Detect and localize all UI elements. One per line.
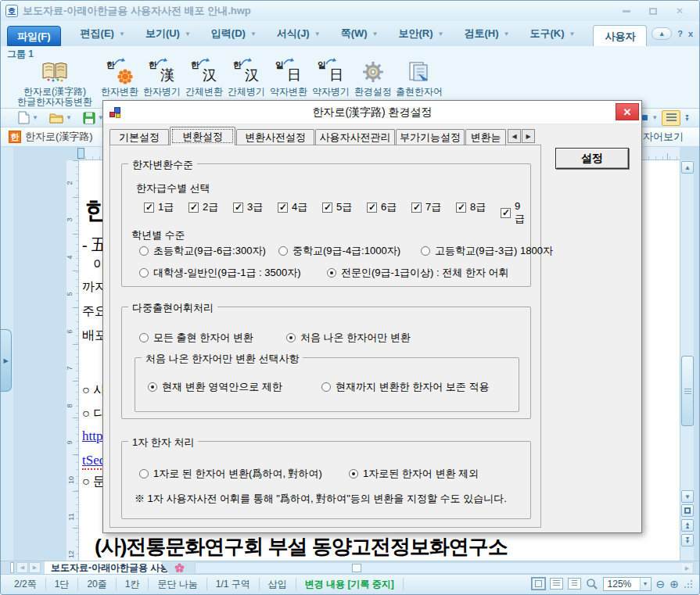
menu-file[interactable]: 파일(F) (7, 26, 61, 46)
tab-scroll-left-button[interactable]: ◀ (508, 129, 521, 143)
tab-extra-features[interactable]: 부가기능설정 (396, 129, 465, 145)
checkbox-grade-8[interactable]: 8급 (456, 200, 486, 214)
menu-view[interactable]: 보기(U)▼ (135, 27, 201, 41)
maximize-button[interactable] (643, 5, 663, 17)
checkbox-grade-7[interactable]: 7급 (411, 200, 441, 214)
scroll-right-button[interactable]: ▶ (682, 564, 692, 572)
more-tools-icon[interactable]: ▼▼ (684, 115, 690, 121)
sidebar-collapse-tab[interactable]: ▶ (1, 329, 12, 392)
checkbox-grade-4[interactable]: 4급 (278, 200, 307, 214)
close-button[interactable]: ✕ (669, 5, 690, 17)
next-page-button[interactable]: ▼▼ (681, 534, 694, 547)
scroll-down-button[interactable]: ▼ (681, 490, 694, 503)
status-insert-mode[interactable]: 삽입 (260, 578, 296, 590)
ruler-number: 11 (67, 513, 75, 520)
window-controls: ✕ (616, 5, 695, 17)
tab-scroll-right-button[interactable]: ▶ (522, 129, 535, 143)
menu-tools[interactable]: 도구(K)▼ (519, 27, 585, 41)
menu-edit[interactable]: 편집(E)▼ (70, 27, 135, 41)
ribbon-close-button[interactable]: x (688, 29, 693, 38)
chevron-down-icon[interactable]: ▼ (66, 114, 72, 121)
status-paragraph: 문단 나눔 (149, 578, 206, 590)
scrollbar-thumb[interactable] (681, 356, 694, 426)
radio-college-general[interactable]: 대학생-일반인(9급-1급 : 3500자) (139, 266, 301, 280)
menu-review[interactable]: 검토(H)▼ (454, 27, 519, 41)
chevron-down-icon: ▼ (314, 30, 321, 38)
menu-input[interactable]: 입력(D)▼ (201, 27, 267, 41)
ruler-number: 12 (67, 550, 75, 558)
tab-clipped[interactable]: 변환늗 (465, 129, 506, 145)
radio-preserve-converted[interactable]: 현재까지 변환한 한자어 보존 적용 (321, 380, 489, 394)
occurrence-view-label[interactable]: 자어보기 (643, 130, 691, 144)
hanjaro-doc-chip[interactable]: 한 한자로(漢字路) (9, 130, 93, 144)
tab-user-dict[interactable]: 사용자사전관리 (315, 129, 395, 145)
dialog-title-bar[interactable]: 한자로(漢字路) 환경설정 ✕ (103, 101, 641, 124)
view-mode-text-button[interactable] (568, 578, 581, 590)
help-button[interactable]: ? (677, 29, 683, 38)
chevron-down-icon[interactable]: ▼ (32, 114, 38, 121)
radio-single-char-convert[interactable]: 1자로 된 한자어 변환(爲하여, 對하여) (139, 467, 322, 481)
vertical-scrollbar[interactable]: ▲ ▼ ▲▲ ▼▼ (680, 160, 694, 561)
radio-convert-first-only[interactable]: 처음 나온 한자어만 변환 (286, 331, 411, 345)
radio-single-char-exclude[interactable]: 1자로된 한자어 변환 제외 (349, 467, 479, 481)
status-track-changes[interactable]: 변경 내용 [기록 중지] (296, 578, 404, 590)
tab-conversion-settings[interactable]: 변환설정 (170, 127, 235, 145)
checkbox-grade-9[interactable]: 9급 (501, 200, 530, 226)
new-document-button[interactable]: ▼ (18, 111, 38, 124)
checkbox-grade-2[interactable]: 2급 (188, 200, 218, 214)
chevron-down-icon: ▼ (119, 30, 125, 38)
tab-user[interactable]: 사용자 (593, 25, 647, 46)
new-tab-flower-icon[interactable] (174, 563, 185, 573)
ruler-tab-marker[interactable] (77, 148, 84, 159)
prev-page-button[interactable]: ▲▲ (681, 519, 694, 532)
ribbon-collapse-button[interactable]: ▲ (652, 27, 672, 40)
scroll-up-button[interactable]: ▲ (681, 161, 694, 174)
tab-conversion-dict[interactable]: 변환사전설정 (236, 129, 314, 145)
view-mode-web-button[interactable] (550, 578, 563, 590)
open-document-button[interactable]: ▼ (49, 112, 72, 124)
dialog-title: 한자로(漢字路) 환경설정 (312, 106, 432, 120)
checkbox-grade-5[interactable]: 5급 (322, 200, 352, 214)
radio-high-school[interactable]: 고등학교(9급-3급) 1800자 (421, 244, 553, 258)
list-icon (666, 113, 677, 122)
group-single-char: 1자 한자 처리 1자로 된 한자어 변환(爲하여, 對하여) 1자로된 한자어… (121, 441, 531, 519)
ruler-number: 2 (66, 181, 74, 185)
checkbox-grade-3[interactable]: 3급 (233, 200, 263, 214)
ruler-number: 10 (67, 476, 75, 484)
doc-tab-scroll-left-button[interactable]: ◀ (16, 562, 28, 573)
ribbon: 그룹 1 한자로(漢字路) 한글한자자동변환 (1, 46, 699, 109)
hscrollbar-thumb[interactable] (352, 564, 361, 572)
radio-limit-current-area[interactable]: 현재 변환 영역안으로 제한 (148, 380, 282, 394)
checkbox-grade-6[interactable]: 6급 (367, 200, 397, 214)
chevron-down-icon[interactable]: ▼ (640, 578, 651, 590)
zoom-in-button[interactable]: ⊕ (669, 578, 679, 590)
radio-middle-school[interactable]: 중학교(9급-4급:1000자) (278, 244, 400, 258)
zoom-out-button[interactable]: ⊖ (656, 578, 666, 590)
menu-format[interactable]: 서식(J)▼ (267, 27, 331, 41)
radio-expert[interactable]: 전문인(9급-1급이상) : 전체 한자 어휘 (327, 266, 509, 280)
horizontal-scrollbar[interactable]: ▶ (195, 562, 694, 574)
doc-tab-scroll-right-button[interactable]: ▶ (29, 562, 41, 573)
conversion-settings-panel: 한자변환수준 한자급수별 선택 1급 2급 3급 4급 5급 6급 7급 8급 … (109, 145, 541, 528)
chevron-down-icon[interactable]: ▼ (652, 114, 658, 121)
document-tab-bar: ◀ ▶ 보도자료-아래아한글용 사용자사... ▶ (1, 561, 699, 574)
minimize-button[interactable] (616, 5, 637, 17)
apply-settings-button[interactable]: 설정 (555, 148, 629, 169)
tab-basic-settings[interactable]: 기본설정 (109, 129, 169, 145)
button-hanjaro[interactable]: 한자로(漢字路) 한글한자자동변환 (12, 57, 98, 107)
checkbox-grade-1[interactable]: 1급 (144, 200, 174, 214)
resize-grip[interactable] (684, 579, 693, 589)
zoom-level-select[interactable]: 125% ▼ (603, 577, 652, 591)
list-view-button[interactable] (662, 110, 680, 126)
view-mode-page-button[interactable] (532, 578, 545, 590)
radio-convert-all[interactable]: 모든 출현 한자어 변환 (139, 331, 253, 345)
tab-splitter-handle[interactable] (10, 562, 14, 573)
menu-security[interactable]: 보안(R)▼ (388, 27, 454, 41)
menu-page[interactable]: 쪽(W)▼ (331, 27, 389, 41)
zoom-magnifier-icon[interactable] (586, 578, 598, 590)
document-tab[interactable]: 보도자료-아래아한글용 사용자사... (45, 561, 170, 575)
dialog-close-button[interactable]: ✕ (616, 103, 639, 120)
page-select-button[interactable] (681, 504, 694, 517)
radio-elementary[interactable]: 초등학교(9급-6급:300자) (139, 244, 266, 258)
save-document-button[interactable]: ▼ (83, 112, 104, 124)
